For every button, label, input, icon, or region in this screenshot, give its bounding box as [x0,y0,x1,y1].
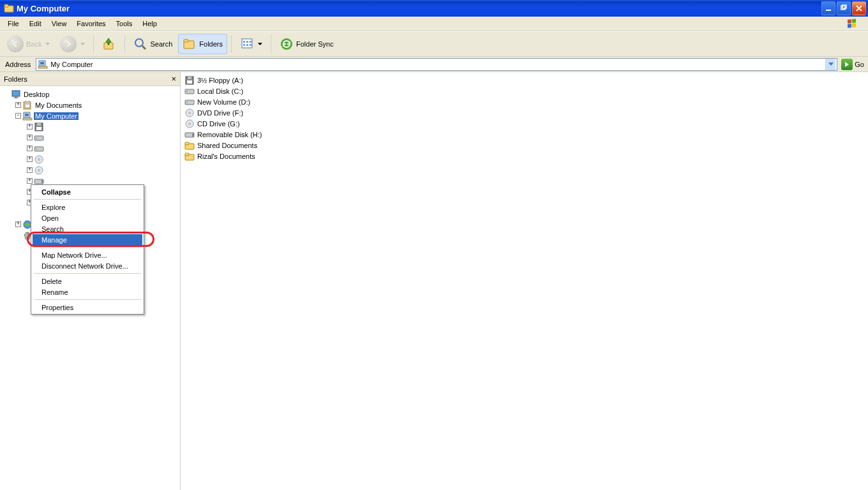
svg-rect-4 [842,4,846,8]
folder-icon [184,140,195,151]
expand-spacer [15,232,21,238]
search-icon [133,37,147,51]
drive-item[interactable]: Shared Documents [183,140,868,151]
expand-spacer [4,91,10,97]
drive-item[interactable]: Local Disk (C:) [183,85,868,96]
drive-item-label: CD Drive (G:) [197,120,240,128]
svg-rect-5 [848,19,851,24]
usb-icon [184,130,195,140]
hdd-icon [184,97,195,107]
svg-rect-24 [38,66,47,68]
address-label: Address [3,61,33,68]
context-menu-item[interactable]: Search [33,223,142,234]
hdd-icon [34,144,44,154]
mydocs-icon [22,100,33,110]
menu-edit[interactable]: Edit [24,19,47,29]
up-button[interactable] [98,34,121,54]
window-title: My Computer [17,4,70,13]
floppy-icon [34,122,44,132]
menu-file[interactable]: File [3,19,24,29]
desktop-icon [11,89,21,100]
context-menu: CollapseExploreOpenSearchManageMap Netwo… [31,184,144,315]
context-menu-item[interactable]: Delete [33,276,142,286]
expand-icon[interactable]: + [27,167,33,173]
tree-item[interactable]: Desktop [3,89,180,100]
close-button[interactable] [852,1,866,15]
context-menu-separator [34,273,141,274]
forward-button[interactable] [56,34,89,54]
address-dropdown[interactable] [825,59,835,70]
menu-tools[interactable]: Tools [111,19,138,29]
folder-sync-button[interactable]: Folder Sync [275,34,338,54]
drive-item-label: Rizal's Documents [197,152,255,160]
tree-item[interactable]: + [3,165,180,175]
expand-icon[interactable]: + [27,124,33,130]
main-area: Folders × Desktop+My Documents-My Comput… [0,72,868,490]
svg-rect-23 [40,62,44,64]
drive-item[interactable]: Removable Disk (H:) [183,129,868,140]
menu-view[interactable]: View [47,19,72,29]
drive-item-label: Shared Documents [197,142,257,149]
drive-item[interactable]: CD Drive (G:) [183,118,868,129]
menu-favorites[interactable]: Favorites [71,19,110,29]
address-value: My Computer [50,61,823,68]
collapse-icon[interactable]: - [15,113,21,119]
context-menu-item[interactable]: Rename [33,286,142,297]
drive-item-label: Local Disk (C:) [197,87,243,95]
hdd-icon [34,133,44,143]
context-menu-item[interactable]: Open [33,212,142,223]
expand-icon[interactable]: + [15,221,21,227]
views-button[interactable] [236,34,267,54]
tree-item[interactable]: +My Documents [3,100,180,110]
address-input[interactable]: My Computer [36,58,837,71]
context-menu-item[interactable]: Properties [33,302,142,313]
tree-item-label: Desktop [22,91,50,98]
tree-item-label: My Computer [34,112,79,120]
expand-icon[interactable]: + [27,135,33,140]
svg-rect-18 [243,44,245,46]
drive-item-label: DVD Drive (F:) [197,109,243,117]
search-button[interactable]: Search [129,34,177,54]
drive-item[interactable]: DVD Drive (F:) [183,107,868,118]
chevron-down-icon [45,42,50,47]
drive-item-label: 3½ Floppy (A:) [197,77,243,84]
tree-item[interactable]: + [3,121,180,132]
drive-item[interactable]: 3½ Floppy (A:) [183,75,868,85]
minimize-button[interactable] [821,1,835,15]
expand-icon[interactable]: + [27,178,33,184]
forward-arrow-icon [60,36,77,52]
context-menu-item[interactable]: Collapse [33,186,142,197]
go-button[interactable]: Go [840,58,865,71]
expand-icon[interactable]: + [27,145,33,151]
menubar: File Edit View Favorites Tools Help [0,17,868,31]
tree-item[interactable]: + [3,143,180,154]
drive-item[interactable]: New Volume (D:) [183,96,868,107]
expand-icon[interactable]: + [27,156,33,162]
maximize-button[interactable] [837,1,851,15]
svg-rect-15 [243,41,245,43]
chevron-down-icon [258,42,262,47]
cd-icon [184,119,195,129]
folder-icon [4,3,14,13]
back-button[interactable]: Back [3,34,54,54]
folders-button[interactable]: Folders [178,34,227,54]
cd-icon [34,165,44,175]
svg-point-10 [135,39,143,47]
context-menu-item[interactable]: Map Network Drive... [33,249,142,260]
content-pane[interactable]: 3½ Floppy (A:)Local Disk (C:)New Volume … [181,72,868,490]
context-menu-item[interactable]: Disconnect Network Drive... [33,260,142,271]
menu-help[interactable]: Help [137,19,162,29]
tree-item[interactable]: + [3,154,180,165]
context-menu-item[interactable]: Explore [33,202,142,212]
drive-item[interactable]: Rizal's Documents [183,151,868,161]
tree-item[interactable]: + [3,132,180,143]
context-menu-item[interactable]: Manage [33,234,142,245]
expand-icon[interactable]: + [15,102,21,108]
svg-rect-20 [250,44,251,46]
svg-rect-7 [848,24,851,28]
tree-item[interactable]: -My Computer [3,110,180,121]
sync-icon [280,37,294,51]
folders-pane-close[interactable]: × [171,74,176,84]
svg-rect-13 [184,40,188,42]
up-folder-icon [102,37,116,51]
